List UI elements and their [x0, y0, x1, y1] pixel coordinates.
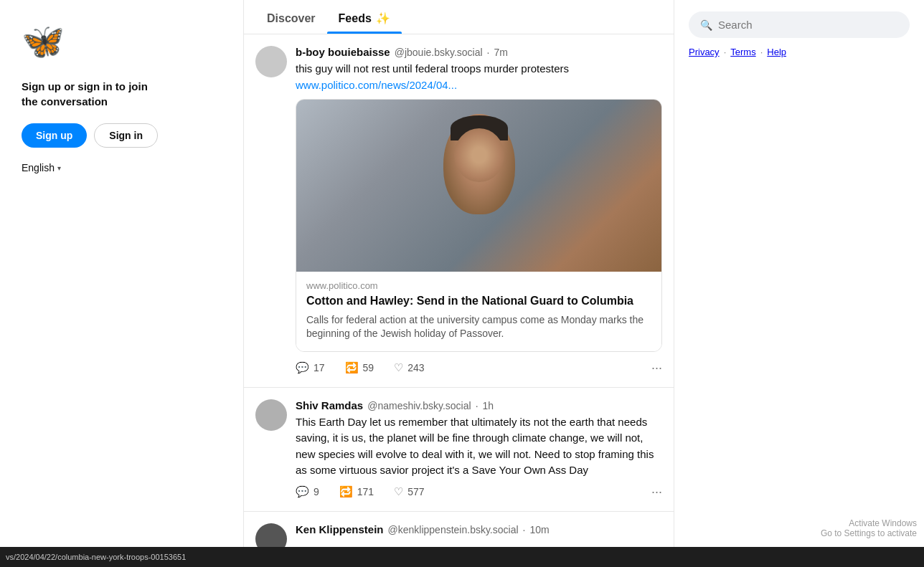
- repost-count-1: 59: [363, 362, 374, 373]
- face-hair: [451, 115, 508, 140]
- auth-buttons: Sign up Sign in: [22, 123, 222, 148]
- logo-area: 🦋: [22, 22, 222, 62]
- post-content-2: Shiv Ramdas @nameshiv.bsky.social · 1h T…: [296, 399, 662, 500]
- privacy-link[interactable]: Privacy: [689, 47, 720, 57]
- more-options-2[interactable]: ···: [651, 485, 662, 500]
- avatar: [255, 46, 287, 77]
- post-author-3: Ken Klippenstein: [296, 523, 384, 535]
- butterfly-logo: 🦋: [22, 22, 222, 62]
- article-card-1[interactable]: www.politico.com Cotton and Hawley: Send…: [296, 99, 662, 352]
- tab-discover-label: Discover: [267, 12, 316, 25]
- tab-feeds[interactable]: Feeds ✨: [327, 0, 402, 34]
- right-sidebar: 🔍 Privacy · Terms · Help: [674, 0, 924, 567]
- article-title-1: Cotton and Hawley: Send in the National …: [306, 294, 651, 309]
- status-bar: vs/2024/04/22/columbia-new-york-troops-0…: [0, 547, 924, 567]
- status-url: vs/2024/04/22/columbia-new-york-troops-0…: [6, 553, 186, 561]
- article-body-1: www.politico.com Cotton and Hawley: Send…: [296, 272, 661, 351]
- avatar: [255, 399, 287, 431]
- like-count-2: 577: [407, 486, 424, 497]
- tab-feeds-label: Feeds: [339, 12, 372, 25]
- article-image-1: [296, 100, 661, 272]
- post-time-3: 10m: [529, 524, 549, 535]
- post-author-2: Shiv Ramdas: [296, 399, 363, 411]
- separator-2: ·: [760, 47, 763, 57]
- feeds-sparkle-icon: ✨: [376, 11, 390, 25]
- dot-sep-2: ·: [476, 400, 478, 411]
- post-actions-1: 💬 17 🔁 59 ♡ 243 ···: [296, 361, 662, 376]
- signup-prompt: Sign up or sign in to join the conversat…: [22, 79, 165, 109]
- post-header-3: Ken Klippenstein @kenklippenstein.bsky.s…: [296, 523, 662, 535]
- post-header-2: Shiv Ramdas @nameshiv.bsky.social · 1h: [296, 399, 662, 411]
- repost-icon: 🔁: [345, 361, 359, 374]
- reply-count-2: 9: [314, 486, 319, 497]
- repost-icon-2: 🔁: [339, 485, 353, 498]
- article-desc-1: Calls for federal action at the universi…: [306, 313, 651, 341]
- post-content-1: b-boy bouiebaisse @jbouie.bsky.social · …: [296, 46, 662, 376]
- feed-tabs: Discover Feeds ✨: [244, 0, 674, 34]
- search-box[interactable]: 🔍: [689, 11, 910, 38]
- tab-discover[interactable]: Discover: [255, 0, 327, 34]
- like-count-1: 243: [407, 362, 424, 373]
- heart-icon-2: ♡: [394, 485, 403, 498]
- repost-count-2: 171: [357, 486, 374, 497]
- search-icon: 🔍: [700, 19, 712, 31]
- signin-button[interactable]: Sign in: [94, 123, 158, 148]
- post-handle-1: @jbouie.bsky.social: [395, 47, 483, 58]
- repost-action-2[interactable]: 🔁 171: [339, 485, 374, 498]
- more-options-1[interactable]: ···: [651, 361, 662, 376]
- reply-action-1[interactable]: 💬 17: [296, 361, 325, 374]
- language-selector[interactable]: English ▾: [22, 162, 222, 173]
- post-actions-2: 💬 9 🔁 171 ♡ 577 ···: [296, 485, 662, 500]
- post-link-1[interactable]: www.politico.com/news/2024/04...: [296, 79, 457, 91]
- heart-icon: ♡: [394, 361, 403, 374]
- like-action-2[interactable]: ♡ 577: [394, 485, 424, 498]
- like-action-1[interactable]: ♡ 243: [394, 361, 424, 374]
- signup-button[interactable]: Sign up: [22, 123, 87, 148]
- terms-link[interactable]: Terms: [730, 47, 755, 57]
- post-2: Shiv Ramdas @nameshiv.bsky.social · 1h T…: [244, 388, 674, 512]
- repost-action-1[interactable]: 🔁 59: [345, 361, 374, 374]
- post-author-1: b-boy bouiebaisse: [296, 46, 390, 58]
- reply-action-2[interactable]: 💬 9: [296, 485, 319, 498]
- help-link[interactable]: Help: [767, 47, 786, 57]
- reply-icon: 💬: [296, 361, 309, 374]
- left-sidebar: 🦋 Sign up or sign in to join the convers…: [0, 0, 244, 567]
- post-time-1: 7m: [494, 47, 508, 58]
- language-label: English: [22, 162, 55, 173]
- dot-sep: ·: [487, 47, 490, 58]
- post-1: b-boy bouiebaisse @jbouie.bsky.social · …: [244, 34, 674, 388]
- post-handle-2: @nameshiv.bsky.social: [367, 400, 471, 411]
- article-source-1: www.politico.com: [306, 280, 651, 291]
- dot-sep-3: ·: [523, 524, 526, 535]
- post-time-2: 1h: [483, 400, 494, 411]
- footer-links: Privacy · Terms · Help: [689, 47, 910, 57]
- search-input[interactable]: [718, 19, 898, 31]
- main-feed: Discover Feeds ✨ b-boy bouiebaisse @jbou…: [244, 0, 674, 567]
- reply-count-1: 17: [314, 362, 325, 373]
- post-handle-3: @kenklippenstein.bsky.social: [388, 524, 519, 535]
- post-text-1: this guy will not rest until federal tro…: [296, 61, 662, 93]
- separator-1: ·: [724, 47, 727, 57]
- post-header-1: b-boy bouiebaisse @jbouie.bsky.social · …: [296, 46, 662, 58]
- chevron-down-icon: ▾: [57, 164, 61, 172]
- reply-icon-2: 💬: [296, 485, 309, 498]
- post-text-2: This Earth Day let us remember that ulti…: [296, 414, 662, 479]
